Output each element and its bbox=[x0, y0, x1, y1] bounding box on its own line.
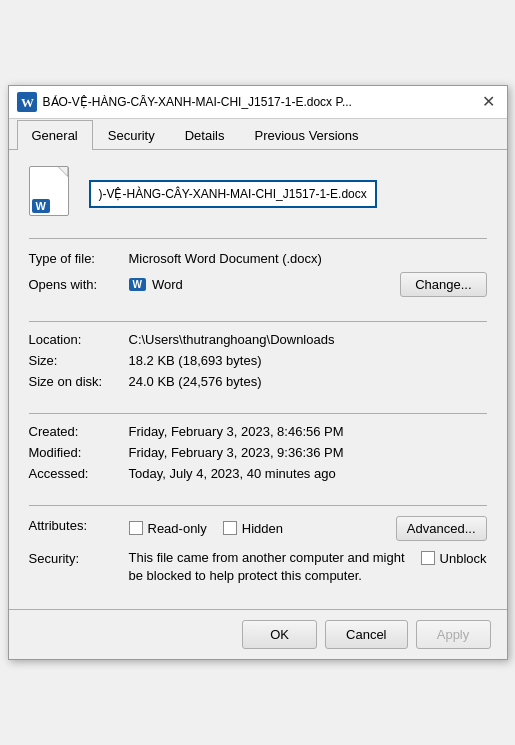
security-content: This file came from another computer and… bbox=[129, 549, 487, 585]
location-label: Location: bbox=[29, 332, 129, 347]
title-text: BẢO-VỆ-HÀNG-CÂY-XANH-MAI-CHI_J1517-1-E.d… bbox=[43, 95, 472, 109]
dates-section: Created: Friday, February 3, 2023, 8:46:… bbox=[29, 424, 487, 495]
opens-with-label: Opens with: bbox=[29, 277, 129, 292]
location-row: Location: C:\Users\thutranghoang\Downloa… bbox=[29, 332, 487, 347]
created-label: Created: bbox=[29, 424, 129, 439]
file-icon: W bbox=[29, 166, 77, 222]
hidden-checkbox[interactable] bbox=[223, 521, 237, 535]
cancel-button[interactable]: Cancel bbox=[325, 620, 407, 649]
properties-dialog: W BẢO-VỆ-HÀNG-CÂY-XANH-MAI-CHI_J1517-1-E… bbox=[8, 85, 508, 660]
hidden-group: Hidden bbox=[223, 521, 283, 536]
dialog-content: W )-VỆ-HÀNG-CÂY-XANH-MAI-CHI_J1517-1-E.d… bbox=[9, 150, 507, 609]
location-section: Location: C:\Users\thutranghoang\Downloa… bbox=[29, 332, 487, 403]
security-text: This file came from another computer and… bbox=[129, 549, 411, 585]
ok-button[interactable]: OK bbox=[242, 620, 317, 649]
divider-1 bbox=[29, 321, 487, 322]
accessed-value: Today, July 4, 2023, 40 minutes ago bbox=[129, 466, 487, 481]
word-badge: W bbox=[32, 199, 50, 213]
unblock-label: Unblock bbox=[440, 551, 487, 566]
created-value: Friday, February 3, 2023, 8:46:56 PM bbox=[129, 424, 487, 439]
modified-label: Modified: bbox=[29, 445, 129, 460]
title-bar: W BẢO-VỆ-HÀNG-CÂY-XANH-MAI-CHI_J1517-1-E… bbox=[9, 86, 507, 119]
readonly-label: Read-only bbox=[148, 521, 207, 536]
tab-details[interactable]: Details bbox=[170, 120, 240, 150]
divider-2 bbox=[29, 413, 487, 414]
security-row: Security: This file came from another co… bbox=[29, 549, 487, 585]
attributes-checkboxes: Read-only Hidden Advanced... bbox=[129, 516, 487, 541]
svg-text:W: W bbox=[21, 95, 34, 110]
type-value: Microsoft Word Document (.docx) bbox=[129, 251, 487, 266]
type-section: Type of file: Microsoft Word Document (.… bbox=[29, 238, 487, 311]
file-name: )-VỆ-HÀNG-CÂY-XANH-MAI-CHI_J1517-1-E.doc… bbox=[89, 180, 377, 208]
size-on-disk-value: 24.0 KB (24,576 bytes) bbox=[129, 374, 487, 389]
close-button[interactable]: ✕ bbox=[478, 92, 499, 111]
opens-with-row: Opens with: W Word Change... bbox=[29, 272, 487, 297]
size-on-disk-label: Size on disk: bbox=[29, 374, 129, 389]
advanced-button[interactable]: Advanced... bbox=[396, 516, 487, 541]
tab-bar: General Security Details Previous Versio… bbox=[9, 119, 507, 150]
unblock-group: Unblock bbox=[421, 549, 487, 566]
unblock-checkbox[interactable] bbox=[421, 551, 435, 565]
tab-security[interactable]: Security bbox=[93, 120, 170, 150]
created-row: Created: Friday, February 3, 2023, 8:46:… bbox=[29, 424, 487, 439]
accessed-label: Accessed: bbox=[29, 466, 129, 481]
accessed-row: Accessed: Today, July 4, 2023, 40 minute… bbox=[29, 466, 487, 481]
attributes-label: Attributes: bbox=[29, 516, 129, 533]
change-button[interactable]: Change... bbox=[400, 272, 486, 297]
readonly-group: Read-only bbox=[129, 521, 207, 536]
tab-general[interactable]: General bbox=[17, 120, 93, 150]
dialog-footer: OK Cancel Apply bbox=[9, 609, 507, 659]
type-row: Type of file: Microsoft Word Document (.… bbox=[29, 251, 487, 266]
size-on-disk-row: Size on disk: 24.0 KB (24,576 bytes) bbox=[29, 374, 487, 389]
attributes-row: Attributes: Read-only Hidden Advanced... bbox=[29, 516, 487, 541]
security-label: Security: bbox=[29, 549, 129, 566]
file-header: W )-VỆ-HÀNG-CÂY-XANH-MAI-CHI_J1517-1-E.d… bbox=[29, 166, 487, 222]
size-row: Size: 18.2 KB (18,693 bytes) bbox=[29, 353, 487, 368]
hidden-label: Hidden bbox=[242, 521, 283, 536]
tab-previous-versions[interactable]: Previous Versions bbox=[239, 120, 373, 150]
size-value: 18.2 KB (18,693 bytes) bbox=[129, 353, 487, 368]
apply-button[interactable]: Apply bbox=[416, 620, 491, 649]
modified-value: Friday, February 3, 2023, 9:36:36 PM bbox=[129, 445, 487, 460]
word-icon: W bbox=[17, 92, 37, 112]
modified-row: Modified: Friday, February 3, 2023, 9:36… bbox=[29, 445, 487, 460]
readonly-checkbox[interactable] bbox=[129, 521, 143, 535]
location-value: C:\Users\thutranghoang\Downloads bbox=[129, 332, 487, 347]
type-label: Type of file: bbox=[29, 251, 129, 266]
opens-with-value: W Word Change... bbox=[129, 272, 487, 297]
divider-3 bbox=[29, 505, 487, 506]
size-label: Size: bbox=[29, 353, 129, 368]
opens-with-app: Word bbox=[152, 277, 183, 292]
word-small-icon: W bbox=[129, 278, 146, 291]
